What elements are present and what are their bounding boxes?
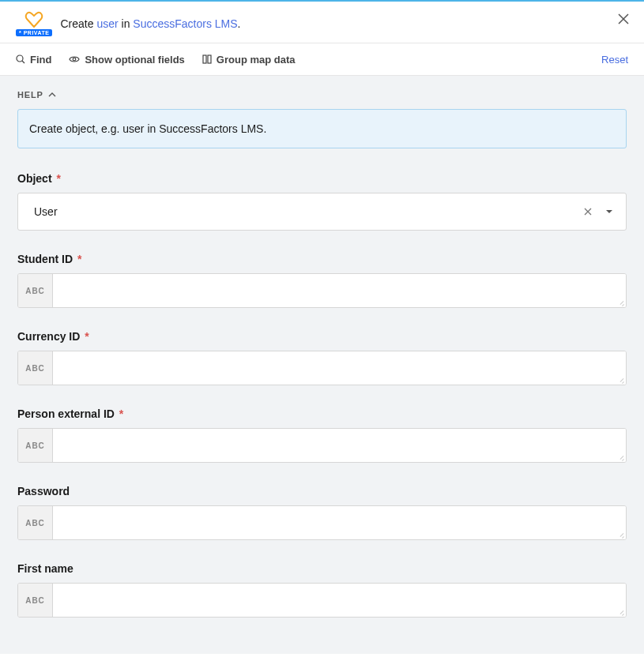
group-map-label: Group map data	[217, 54, 296, 66]
object-label: Object *	[17, 172, 627, 185]
toolbar: Find Show optional fields Group map data…	[0, 43, 644, 76]
svg-rect-3	[208, 55, 211, 63]
type-badge-abc: ABC	[18, 351, 53, 385]
field-password: Password ABC	[17, 485, 627, 540]
password-input[interactable]	[53, 506, 626, 539]
required-marker: *	[54, 172, 61, 185]
student-id-input[interactable]	[53, 274, 626, 307]
field-currency-id: Currency ID * ABC	[17, 330, 627, 385]
title-service-link[interactable]: SuccessFactors LMS	[133, 17, 237, 30]
find-button[interactable]: Find	[16, 54, 51, 66]
content-area: HELP Create object, e.g. user in Success…	[0, 76, 644, 654]
svg-point-1	[73, 58, 77, 61]
close-button[interactable]	[617, 13, 630, 28]
type-badge-abc: ABC	[18, 584, 53, 617]
close-icon	[617, 13, 630, 25]
svg-rect-2	[203, 55, 206, 63]
help-toggle[interactable]: HELP	[17, 90, 627, 99]
required-marker: *	[116, 407, 123, 420]
required-marker: *	[74, 253, 81, 265]
currency-id-label: Currency ID *	[17, 330, 627, 343]
reset-button[interactable]: Reset	[601, 54, 628, 66]
find-label: Find	[30, 54, 51, 66]
first-name-input[interactable]	[53, 584, 626, 617]
chevron-down-icon[interactable]	[605, 209, 613, 214]
field-student-id: Student ID * ABC	[17, 253, 627, 308]
heart-icon	[24, 11, 43, 28]
field-first-name: First name ABC	[17, 562, 627, 618]
first-name-label: First name	[17, 562, 627, 575]
svg-point-0	[17, 55, 23, 62]
object-value: User	[31, 205, 583, 218]
required-marker: *	[81, 330, 89, 343]
help-text-box: Create object, e.g. user in SuccessFacto…	[17, 109, 627, 148]
dialog-title: Create user in SuccessFactors LMS.	[60, 17, 240, 30]
search-icon	[16, 54, 25, 64]
field-person-external-id: Person external ID * ABC	[17, 407, 627, 463]
dialog-header: * PRIVATE Create user in SuccessFactors …	[0, 2, 644, 43]
object-select[interactable]: User	[17, 193, 627, 231]
columns-icon	[202, 54, 212, 64]
show-optional-button[interactable]: Show optional fields	[69, 54, 184, 66]
password-label: Password	[17, 485, 627, 497]
person-external-id-label: Person external ID *	[17, 407, 627, 420]
eye-icon	[69, 54, 80, 64]
type-badge-abc: ABC	[18, 506, 53, 539]
group-map-button[interactable]: Group map data	[202, 54, 296, 66]
currency-id-input[interactable]	[53, 351, 626, 385]
help-label: HELP	[17, 90, 43, 99]
type-badge-abc: ABC	[18, 429, 53, 462]
chevron-up-icon	[48, 92, 56, 97]
show-optional-label: Show optional fields	[85, 54, 184, 66]
app-logo-block: * PRIVATE	[16, 11, 52, 36]
field-object: Object * User	[17, 172, 627, 231]
title-user-link[interactable]: user	[96, 17, 118, 30]
student-id-label: Student ID *	[17, 253, 627, 265]
person-external-id-input[interactable]	[53, 429, 626, 462]
type-badge-abc: ABC	[18, 274, 53, 307]
private-badge: * PRIVATE	[16, 29, 52, 36]
clear-icon[interactable]	[583, 207, 593, 216]
